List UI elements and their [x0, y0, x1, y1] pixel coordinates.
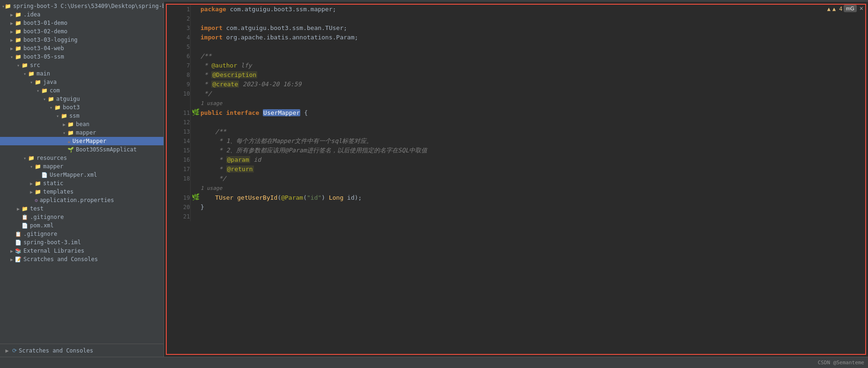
tree-label-pom.xml: pom.xml	[30, 222, 54, 229]
tree-item-boot3-02-demo[interactable]: ▶📁boot3-02-demo	[0, 27, 163, 36]
tree-item-UserMapper.xml[interactable]: 📄UserMapper.xml	[0, 171, 163, 179]
tree-icon-scratches-sidebar: 📝	[15, 256, 22, 263]
tree-item-boot3-05-ssm[interactable]: ▾📁boot3-05-ssm	[0, 53, 163, 61]
code-line-4[interactable]: 4 import org.apache.ibatis.annotations.P…	[167, 33, 865, 42]
tree-item-test[interactable]: ▶📁test	[0, 204, 163, 213]
tree-item-boot3-04-web[interactable]: ▶📁boot3-04-web	[0, 44, 163, 53]
tree-item-boot3[interactable]: ▾📁boot3	[0, 103, 163, 112]
tree-item-src[interactable]: ▾📁src	[0, 61, 163, 69]
code-line-14[interactable]: 14 * 1、每个方法都在Mapper文件中有一个sql标签对应。	[167, 136, 865, 146]
tree-item-bean[interactable]: ▶📁bean	[0, 120, 163, 128]
code-editor[interactable]: 1 package com.atguigu.boot3.ssm.mapper; …	[167, 5, 865, 221]
tree-arrow-boot3-05-ssm: ▾	[8, 54, 15, 60]
line-content-19: TUser getUserById(@Param("id") Long id);	[200, 193, 865, 203]
tree-item-idea[interactable]: ▶📁.idea	[0, 10, 163, 19]
usage-hint: 1 usage	[200, 98, 865, 108]
line-content-8: * @Description	[200, 70, 865, 80]
code-line-5[interactable]: 5	[167, 42, 865, 52]
tree-item-spring-boot-3.iml[interactable]: 📄spring-boot-3.iml	[0, 238, 163, 247]
tree-item-Boot305SsmApplicat[interactable]: 🌱Boot305SsmApplicat	[0, 145, 163, 154]
line-number	[167, 98, 190, 108]
tree-item-mapper2[interactable]: ▾📁mapper	[0, 162, 163, 171]
tree-item-resources[interactable]: ▾📁resources	[0, 154, 163, 162]
tree-item-templates[interactable]: ▶📁templates	[0, 188, 163, 196]
code-line-13[interactable]: 13 /**	[167, 127, 865, 136]
selected-word-usermapper: UserMapper	[263, 109, 300, 116]
tree-item-application.properties[interactable]: ⚙application.properties	[0, 196, 163, 204]
tree-item-boot3-03-logging[interactable]: ▶📁boot3-03-logging	[0, 36, 163, 44]
line-content-2	[200, 14, 865, 23]
code-line-12[interactable]: 12	[167, 118, 865, 127]
line-gutter	[190, 98, 200, 108]
line-gutter-19: 🌿	[190, 193, 200, 203]
line-number-7: 7	[167, 61, 190, 70]
code-line-11[interactable]: 11 🌿 public interface UserMapper {	[167, 108, 865, 118]
tree-item-gitignore1[interactable]: 📋.gitignore	[0, 230, 163, 238]
tree-icon-boot3-02-demo: 📁	[15, 29, 22, 35]
tree-item-atguigu[interactable]: ▾📁atguigu	[0, 95, 163, 103]
avatar-button[interactable]: mG	[844, 5, 857, 12]
code-line-10[interactable]: 10 */	[167, 89, 865, 98]
tree-icon-boot3-04-web: 📁	[15, 45, 22, 52]
line-gutter-15	[190, 146, 200, 155]
line-gutter-21	[190, 212, 200, 221]
code-area: ▲ ▲ 4 ▾ mG × 1 package com.atguigu.bo	[164, 2, 868, 357]
code-line-9[interactable]: 9 * @create 2023-04-20 16:59	[167, 80, 865, 89]
tree-item-ssm[interactable]: ▾📁ssm	[0, 112, 163, 120]
code-line-15[interactable]: 15 * 2、所有参数都应该用@Param进行签名，以后使用指定的名字在SQL中…	[167, 146, 865, 155]
code-line-1[interactable]: 1 package com.atguigu.boot3.ssm.mapper;	[167, 5, 865, 14]
code-line-2[interactable]: 2	[167, 14, 865, 23]
tree-item-scratches-sidebar[interactable]: ▶📝Scratches and Consoles	[0, 255, 163, 263]
code-line-19[interactable]: 19 🌿 TUser getUserById(@Param("id") Long…	[167, 193, 865, 203]
code-editor-border: 1 package com.atguigu.boot3.ssm.mapper; …	[166, 4, 866, 355]
tree-icon-resources: 📁	[28, 155, 35, 161]
tree-label-boot3-05-ssm: boot3-05-ssm	[23, 53, 64, 60]
tree-label-spring-boot-3.iml: spring-boot-3.iml	[23, 239, 81, 246]
code-line-18[interactable]: 18 */	[167, 174, 865, 183]
line-number-3: 3	[167, 23, 190, 33]
tree-item-com[interactable]: ▾📁com	[0, 86, 163, 95]
line-gutter-20	[190, 203, 200, 212]
tree-arrow-scratches-sidebar: ▶	[8, 257, 15, 262]
code-line-16[interactable]: 16 * @param id	[167, 155, 865, 165]
line-number-11: 11	[167, 108, 190, 118]
tree-label-spring-boot-3: spring-boot-3 C:\Users\53409\Desktop\spr…	[13, 3, 164, 9]
tree-item-pom.xml[interactable]: 📄pom.xml	[0, 221, 163, 230]
line-number-13: 13	[167, 127, 190, 136]
line-content-14: * 1、每个方法都在Mapper文件中有一个sql标签对应。	[200, 136, 865, 146]
code-line-6[interactable]: 6 /**	[167, 52, 865, 61]
code-line-3[interactable]: 3 import com.atguigu.boot3.ssm.bean.TUse…	[167, 23, 865, 33]
tree-item-UserMapper[interactable]: ☕UserMapper	[0, 137, 163, 145]
tree-item-gitignore2[interactable]: 📋.gitignore	[0, 213, 163, 221]
tree-arrow-idea: ▶	[8, 12, 15, 17]
line-gutter-11: 🌿	[190, 108, 200, 118]
tree-arrow-boot3-01-demo: ▶	[8, 21, 15, 26]
line-gutter-17	[190, 165, 200, 174]
tree-arrow-atguigu: ▾	[41, 97, 48, 102]
scratches-and-consoles[interactable]: ▶ ⟳ Scratches and Consoles	[0, 344, 163, 357]
tree-arrow-external-libraries: ▶	[8, 248, 15, 254]
code-line-21[interactable]: 21	[167, 212, 865, 221]
tree-label-templates: templates	[43, 188, 74, 195]
line-gutter-3	[190, 23, 200, 33]
line-content-6: /**	[200, 52, 865, 61]
tree-item-boot3-01-demo[interactable]: ▶📁boot3-01-demo	[0, 19, 163, 27]
tree-item-external-libraries[interactable]: ▶📚External Libraries	[0, 247, 163, 255]
code-line-8[interactable]: 8 * @Description	[167, 70, 865, 80]
tree-item-spring-boot-3[interactable]: ▾📁spring-boot-3 C:\Users\53409\Desktop\s…	[0, 2, 163, 10]
code-line-20[interactable]: 20 }	[167, 203, 865, 212]
tree-item-mapper[interactable]: ▾📁mapper	[0, 128, 163, 137]
tree-icon-atguigu: 📁	[48, 96, 54, 102]
tree-label-boot3-03-logging: boot3-03-logging	[23, 37, 78, 43]
code-line-17[interactable]: 17 * @return	[167, 165, 865, 174]
line-content-3: import com.atguigu.boot3.ssm.bean.TUser;	[200, 23, 865, 33]
tree-label-Boot305SsmApplicat: Boot305SsmApplicat	[76, 146, 137, 153]
tree-item-main[interactable]: ▾📁main	[0, 69, 163, 78]
tree-arrow-test: ▶	[15, 206, 22, 211]
tree-item-static[interactable]: ▶📁static	[0, 179, 163, 188]
tree-item-java[interactable]: ▾📁java	[0, 78, 163, 86]
tree-arrow-resources: ▾	[22, 156, 28, 161]
line-number-12: 12	[167, 118, 190, 127]
close-button[interactable]: ×	[859, 5, 864, 12]
code-line-7[interactable]: 7 * @author lfy	[167, 61, 865, 70]
